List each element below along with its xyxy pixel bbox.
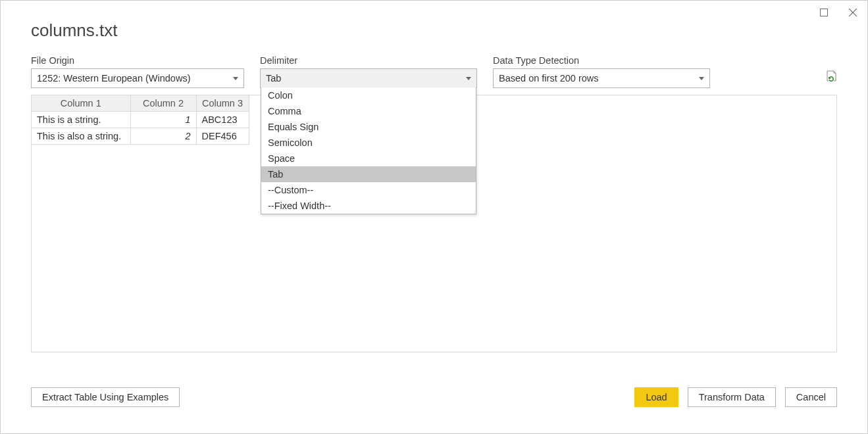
dialog-title: columns.txt: [31, 20, 837, 41]
table-cell: This is also a string.: [32, 128, 130, 145]
table-header: Column 2: [130, 95, 196, 112]
detection-value: Based on first 200 rows: [499, 73, 599, 84]
delimiter-option-colon[interactable]: Colon: [261, 87, 476, 103]
table-row: This is a string. 1 ABC123: [32, 112, 249, 128]
delimiter-dropdown: Colon Comma Equals Sign Semicolon Space …: [261, 87, 476, 214]
delimiter-option-equals[interactable]: Equals Sign: [261, 119, 476, 135]
table-cell: DEF456: [196, 128, 249, 145]
load-button[interactable]: Load: [634, 387, 678, 407]
delimiter-option-fixedwidth[interactable]: --Fixed Width--: [261, 198, 476, 214]
file-origin-select[interactable]: 1252: Western European (Windows): [31, 68, 244, 88]
table-header: Column 3: [196, 95, 249, 112]
delimiter-select[interactable]: Tab Colon Comma Equals Sign Semicolon Sp…: [260, 68, 477, 88]
maximize-restore-button[interactable]: [819, 7, 829, 18]
table-cell: This is a string.: [32, 112, 130, 128]
delimiter-option-tab[interactable]: Tab: [261, 166, 476, 182]
detection-label: Data Type Detection: [493, 55, 710, 66]
delimiter-value: Tab: [266, 73, 281, 84]
detection-select[interactable]: Based on first 200 rows: [493, 68, 710, 88]
delimiter-option-custom[interactable]: --Custom--: [261, 182, 476, 198]
table-cell: ABC123: [196, 112, 249, 128]
table-header: Column 1: [32, 95, 130, 112]
svg-rect-0: [821, 9, 828, 16]
table-row: This is also a string. 2 DEF456: [32, 128, 249, 145]
chevron-down-icon: [466, 77, 471, 80]
preview-table: Column 1 Column 2 Column 3 This is a str…: [32, 95, 249, 145]
chevron-down-icon: [233, 77, 238, 80]
transform-data-button[interactable]: Transform Data: [688, 387, 776, 407]
file-origin-label: File Origin: [31, 55, 244, 66]
table-header-row: Column 1 Column 2 Column 3: [32, 95, 249, 112]
delimiter-option-space[interactable]: Space: [261, 151, 476, 166]
table-cell: 2: [130, 128, 196, 145]
refresh-preview-icon[interactable]: [825, 70, 837, 85]
delimiter-option-semicolon[interactable]: Semicolon: [261, 135, 476, 151]
extract-table-button[interactable]: Extract Table Using Examples: [31, 387, 180, 407]
cancel-button[interactable]: Cancel: [785, 387, 837, 407]
close-button[interactable]: [848, 7, 858, 18]
table-cell: 1: [130, 112, 196, 128]
chevron-down-icon: [699, 77, 704, 80]
delimiter-option-comma[interactable]: Comma: [261, 103, 476, 119]
file-origin-value: 1252: Western European (Windows): [37, 73, 190, 84]
delimiter-label: Delimiter: [260, 55, 477, 66]
